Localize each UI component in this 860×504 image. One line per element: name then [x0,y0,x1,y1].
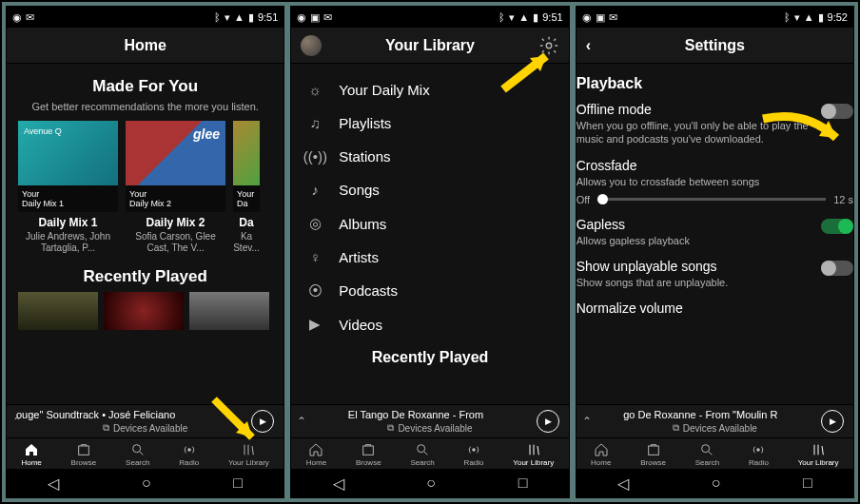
library-item-stations[interactable]: ((•))Stations [303,140,557,173]
gapless-toggle[interactable] [821,219,853,234]
outlook-notif-icon: ✉ [609,11,617,24]
play-button[interactable] [251,410,274,433]
nav-home[interactable]: Home [306,442,326,467]
devices-icon: ⧉ [387,422,394,434]
outlook-notif-icon: ✉ [26,11,34,24]
daily-mix-cover[interactable]: Your Daily Mix 1 [18,121,118,212]
nav-home[interactable]: Home [21,442,41,467]
recent-cover[interactable] [104,292,184,330]
nav-library[interactable]: Your Library [228,442,269,467]
header: Your Library [291,28,568,64]
svg-rect-0 [79,446,89,455]
back-key[interactable]: ◁ [48,475,59,493]
phone-3: ◉ ▣ ✉ ᛒ ▾ ▲ ▮ 9:52 ‹ Settings Playback O… [576,6,854,498]
nav-search[interactable]: Search [695,442,719,467]
screenshot-notif-icon: ▣ [310,11,320,24]
library-item-playlists[interactable]: ♫Playlists [303,107,557,140]
nav-radio[interactable]: Radio [464,442,484,467]
recents-key[interactable]: □ [803,475,812,492]
svg-point-5 [418,445,425,453]
lib-label: Artists [339,249,379,265]
settings-button[interactable] [538,35,559,56]
devices-available[interactable]: ⧉ Devices Available [16,422,274,434]
signal-icon: ▲ [234,11,244,23]
back-button[interactable]: ‹ [586,37,591,54]
devices-available[interactable]: ⧉ Devices Available [586,422,844,434]
nav-label: Radio [179,458,199,467]
recents-key[interactable]: □ [518,475,528,492]
outlook-notif-icon: ✉ [323,11,332,24]
home-content: Made For You Get better recommendations … [7,64,283,404]
daily-mix-cover[interactable]: Your Da [233,121,260,212]
now-playing-bar[interactable]: ⌃ El Tango De Roxanne - From ⧉ Devices A… [291,404,568,437]
crossfade-slider[interactable]: Off 12 s [577,194,853,205]
library-icon [241,442,256,457]
recently-played-row[interactable] [18,292,272,330]
svg-rect-4 [363,446,374,455]
play-button[interactable] [537,410,559,433]
slider-track[interactable] [597,198,826,201]
library-item-songs[interactable]: ♪Songs [303,173,557,206]
nav-search[interactable]: Search [126,442,149,467]
nav-search[interactable]: Search [410,442,434,467]
library-item-artists[interactable]: ♀Artists [303,241,557,274]
back-key[interactable]: ◁ [333,475,344,493]
library-content: ☼Your Daily Mix ♫Playlists ((•))Stations… [291,64,568,404]
nav-home[interactable]: Home [591,442,611,467]
avatar[interactable] [301,35,322,56]
daily-mix-card[interactable]: Your Daily Mix 2 Daily Mix 2 Sofia Carso… [126,121,225,254]
bluetooth-icon: ᛒ [498,11,505,23]
daily-mix-card[interactable]: Your Daily Mix 1 Daily Mix 1 Julie Andre… [18,121,118,254]
recent-cover[interactable] [189,292,269,330]
slider-thumb[interactable] [597,194,608,204]
unplayable-toggle[interactable] [821,261,853,276]
nav-radio[interactable]: Radio [749,442,769,467]
nav-label: Search [410,458,434,467]
nav-browse[interactable]: Browse [71,442,97,467]
spotify-notif-icon: ◉ [297,11,306,24]
now-playing-bar[interactable]: ⌃ go De Roxanne - From "Moulin R ⧉ Devic… [577,404,853,437]
search-icon [415,442,430,457]
nav-label: Radio [749,458,769,467]
library-item-podcasts[interactable]: ⦿Podcasts [303,274,557,307]
home-key[interactable]: ○ [142,475,151,492]
daily-mix-icon: ☼ [306,82,323,98]
nav-radio[interactable]: Radio [179,442,199,467]
home-key[interactable]: ○ [426,475,436,492]
library-item-daily-mix[interactable]: ☼Your Daily Mix [303,73,557,107]
wifi-icon: ▾ [225,11,230,24]
setting-desc: Allows gapless playback [577,234,810,247]
recent-cover[interactable] [18,292,98,330]
settings-content: Playback Offline mode When you go offlin… [577,64,853,404]
svg-point-6 [473,449,476,452]
daily-mix-cards[interactable]: Your Daily Mix 1 Daily Mix 1 Julie Andre… [18,121,272,254]
nav-label: Browse [640,458,666,467]
library-icon [526,442,541,457]
daily-mix-card[interactable]: Your Da Da Ka Stev... [233,121,260,254]
devices-available[interactable]: ⧉ Devices Available [301,422,558,434]
nav-library[interactable]: Your Library [798,442,839,467]
chevron-up-icon[interactable]: ⌃ [12,415,22,428]
nav-browse[interactable]: Browse [356,442,381,467]
chevron-up-icon[interactable]: ⌃ [297,415,306,428]
lib-label: Stations [339,148,390,165]
back-key[interactable]: ◁ [617,475,629,493]
lib-label: Songs [339,182,380,198]
library-item-videos[interactable]: ▶Videos [303,307,557,341]
recents-key[interactable]: □ [233,475,243,492]
nav-library[interactable]: Your Library [513,442,554,467]
library-item-albums[interactable]: ◎Albums [303,206,557,241]
phone-2: ◉ ▣ ✉ ᛒ ▾ ▲ ▮ 9:51 Your Library ☼Your Da… [290,6,569,498]
setting-gapless: Gapless Allows gapless playback [577,217,853,247]
now-playing-bar[interactable]: ⌃ ouge" Soundtrack • José Feliciano ⧉ De… [7,404,283,437]
offline-toggle[interactable] [821,104,853,119]
nav-browse[interactable]: Browse [640,442,666,467]
play-button[interactable] [821,410,844,433]
home-icon [594,442,609,457]
home-key[interactable]: ○ [712,475,721,492]
daily-mix-cover[interactable]: Your Daily Mix 2 [126,121,225,212]
bottom-nav: Home Browse Search Radio Your Library [7,437,283,469]
chevron-up-icon[interactable]: ⌃ [582,415,592,428]
slider-max: 12 s [833,194,853,205]
podcasts-icon: ⦿ [306,282,323,299]
